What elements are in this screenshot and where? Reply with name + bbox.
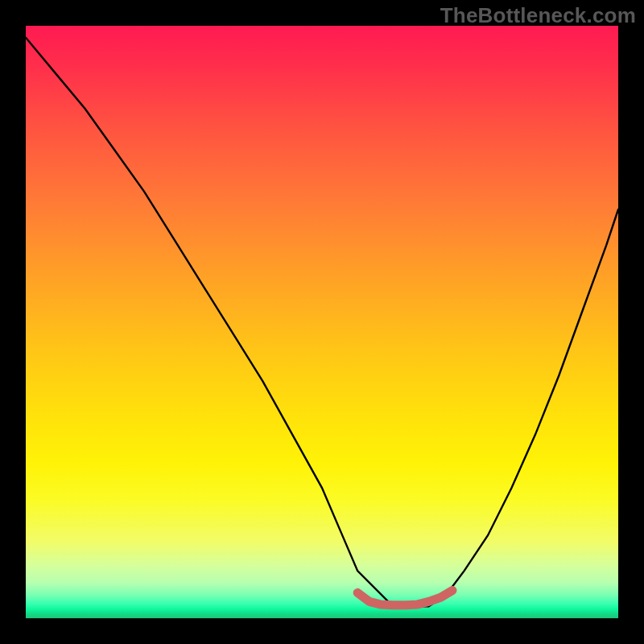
watermark-text: TheBottleneck.com	[440, 3, 636, 28]
plot-area	[26, 26, 618, 618]
series-curve	[26, 38, 618, 607]
chart-svg	[26, 26, 618, 618]
outer-frame: TheBottleneck.com	[0, 0, 644, 644]
series-flat-bottom	[357, 590, 452, 605]
